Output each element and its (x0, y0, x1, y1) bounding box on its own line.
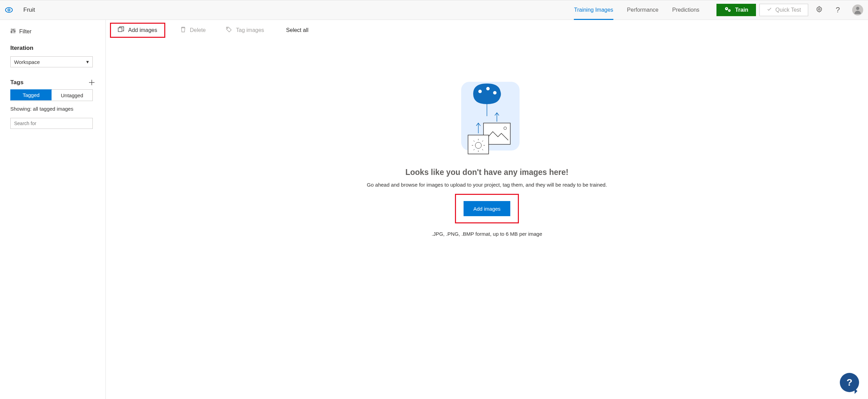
chevron-down-icon: ▾ (86, 59, 89, 65)
project-eye-icon (5, 6, 13, 14)
filter-header: Filter (10, 28, 95, 35)
toggle-tagged[interactable]: Tagged (10, 89, 52, 100)
tag-images-button: Tag images (221, 24, 269, 36)
select-all-button[interactable]: Select all (286, 27, 309, 33)
gear-icon (816, 6, 823, 14)
svg-point-7 (13, 30, 14, 31)
tab-training-images[interactable]: Training Images (567, 0, 620, 20)
sidebar: Filter Iteration Workspace ▾ Tags Tagged… (0, 20, 106, 399)
help-button[interactable]: ? (830, 2, 845, 18)
svg-point-16 (486, 87, 490, 90)
checkmark-icon (767, 7, 772, 13)
train-button[interactable]: Train (716, 4, 756, 16)
add-tag-button[interactable] (88, 79, 95, 86)
sliders-icon (10, 28, 16, 35)
iteration-label: Iteration (10, 45, 95, 52)
tab-predictions[interactable]: Predictions (665, 0, 706, 20)
svg-point-3 (856, 7, 859, 10)
nav-tabs: Training Images Performance Predictions (567, 0, 706, 20)
settings-button[interactable] (812, 2, 827, 18)
gears-icon (724, 6, 732, 14)
format-hint: .JPG, .PNG, .BMP format, up to 6 MB per … (432, 231, 542, 237)
empty-subtitle: Go ahead and browse for images to upload… (367, 182, 607, 188)
svg-rect-12 (118, 28, 122, 32)
empty-illustration (451, 78, 523, 157)
tag-search-input[interactable] (10, 118, 93, 129)
delete-button: Delete (176, 24, 211, 36)
tag-icon (226, 26, 232, 34)
trash-icon (180, 26, 186, 34)
main-area: Add images Delete Tag images Select all (106, 20, 868, 399)
svg-point-17 (493, 91, 497, 95)
help-fab[interactable]: ? (840, 373, 859, 392)
tag-filter-toggle: Tagged Untagged (10, 89, 93, 101)
svg-point-15 (478, 90, 482, 93)
add-images-button[interactable]: Add images (113, 24, 162, 36)
toggle-untagged[interactable]: Untagged (52, 90, 92, 101)
highlight-add-images-center: Add images (455, 194, 519, 223)
iteration-select[interactable]: Workspace ▾ (10, 56, 93, 67)
question-icon: ? (836, 5, 840, 14)
header-buttons: Train Quick Test ? (716, 2, 863, 18)
user-avatar[interactable] (852, 4, 863, 15)
svg-point-13 (227, 28, 228, 29)
add-images-center-button[interactable]: Add images (464, 201, 510, 216)
svg-point-9 (14, 31, 15, 32)
tags-label: Tags (10, 79, 23, 86)
tab-performance[interactable]: Performance (620, 0, 666, 20)
empty-state: Looks like you don't have any images her… (106, 41, 868, 399)
showing-label: Showing: all tagged images (10, 106, 95, 112)
add-images-label: Add images (128, 27, 157, 33)
svg-point-0 (5, 8, 12, 12)
svg-point-2 (819, 8, 820, 10)
quick-test-label: Quick Test (776, 7, 801, 13)
image-toolbar: Add images Delete Tag images Select all (106, 20, 868, 41)
train-button-label: Train (735, 7, 748, 13)
iteration-selected-value: Workspace (14, 59, 40, 65)
empty-title: Looks like you don't have any images her… (405, 168, 569, 177)
project-title: Fruit (23, 7, 35, 13)
add-images-icon (118, 26, 124, 34)
delete-label: Delete (190, 27, 206, 33)
svg-point-5 (11, 32, 12, 33)
highlight-add-images: Add images (110, 23, 165, 38)
top-bar: Fruit Training Images Performance Predic… (0, 0, 868, 20)
svg-point-1 (8, 9, 10, 11)
filter-label: Filter (19, 29, 32, 35)
quick-test-button[interactable]: Quick Test (759, 4, 808, 16)
tag-images-label: Tag images (236, 27, 264, 33)
